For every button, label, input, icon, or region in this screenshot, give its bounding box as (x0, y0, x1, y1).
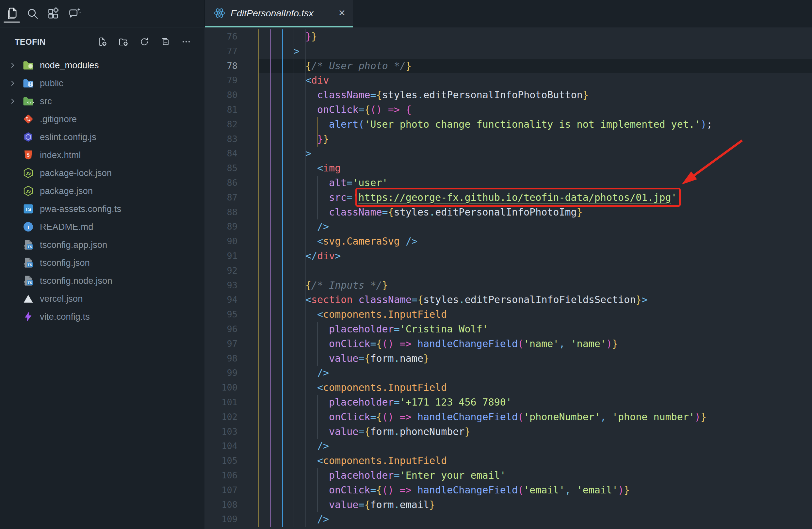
chat-icon[interactable] (67, 4, 82, 23)
file-row[interactable]: JSpackage-lock.json (0, 164, 204, 182)
folder-src-icon: </> (22, 95, 34, 107)
code-line[interactable]: /> (204, 512, 812, 527)
explorer-header: TEOFIN (0, 28, 204, 56)
refresh-explorer-icon[interactable] (139, 36, 149, 47)
code-line[interactable]: placeholder='Enter your email' (204, 468, 812, 483)
new-file-icon[interactable] (97, 36, 108, 47)
code-line[interactable]: onClick={() => handleChangeField('phoneN… (204, 410, 812, 425)
file-label: package-lock.json (40, 168, 112, 178)
file-label: pwa-assets.config.ts (40, 204, 121, 214)
close-icon[interactable]: ✕ (338, 8, 346, 18)
file-label: tsconfig.app.json (40, 240, 107, 250)
code-line[interactable]: <img (204, 161, 812, 176)
eslint-icon (22, 131, 34, 143)
file-row[interactable]: TSpwa-assets.config.ts (0, 200, 204, 218)
code-line[interactable]: onClick={() => handleChangeField('email'… (204, 483, 812, 498)
explorer-icon[interactable] (4, 4, 19, 23)
annotation-box (356, 188, 681, 207)
new-folder-icon[interactable] (118, 36, 129, 47)
code-line[interactable]: value={form.name} (204, 351, 812, 366)
code-line[interactable]: className={styles.editPersonalInfoPhotoB… (204, 88, 812, 103)
code-line[interactable]: {/* Inputs */} (204, 278, 812, 293)
tab-editpersonalinfo[interactable]: EditPersonalInfo.tsx ✕ (205, 0, 353, 27)
file-row[interactable]: TStsconfig.json (0, 254, 204, 272)
folder-npm-icon (22, 59, 34, 71)
code-line[interactable]: > (204, 44, 812, 59)
svg-text:JS: JS (26, 189, 31, 194)
code-line[interactable]: value={form.email} (204, 498, 812, 512)
code-line[interactable]: {/* User photo */} (204, 59, 812, 73)
file-label: node_modules (40, 60, 99, 71)
code-line[interactable]: /> (204, 439, 812, 454)
more-actions-icon[interactable] (181, 36, 191, 47)
vercel-icon (22, 293, 34, 305)
file-row[interactable]: eslint.config.js (0, 128, 204, 146)
file-label: eslint.config.js (40, 132, 96, 142)
project-title[interactable]: TEOFIN (15, 37, 46, 47)
ts-blue-icon: TS (22, 203, 34, 215)
code-line[interactable]: <components.InputField (204, 380, 812, 395)
extensions-icon[interactable] (46, 4, 61, 23)
editor-pane: 76}}77>78{/* User photo */}79<div80class… (204, 27, 812, 529)
chevron-right-icon (9, 61, 17, 70)
file-label: public (40, 78, 63, 88)
code-line[interactable]: value={form.phoneNumber} (204, 425, 812, 439)
file-row[interactable]: TStsconfig.app.json (0, 236, 204, 254)
file-row[interactable]: 5index.html (0, 146, 204, 164)
code-line[interactable] (204, 264, 812, 278)
svg-text:i: i (27, 223, 29, 230)
file-label: vite.config.ts (40, 311, 90, 322)
file-label: .gitignore (40, 114, 77, 124)
code-line[interactable]: /> (204, 219, 812, 234)
npm-icon: JS (22, 167, 34, 179)
code-line[interactable]: <components.InputField (204, 307, 812, 322)
code-line[interactable]: className={styles.editPersonalInfoPhotoI… (204, 205, 812, 220)
code-line[interactable]: <div (204, 73, 812, 88)
file-row[interactable]: vite.config.ts (0, 308, 204, 326)
collapse-folders-icon[interactable] (160, 36, 171, 47)
code-line[interactable]: placeholder='+171 123 456 7890' (204, 395, 812, 410)
svg-text:TS: TS (27, 245, 32, 249)
file-row[interactable]: </>src (0, 92, 204, 110)
svg-text:TS: TS (27, 263, 32, 267)
tab-bar: EditPersonalInfo.tsx ✕ (204, 0, 812, 27)
file-row[interactable]: vercel.json (0, 290, 204, 308)
code-line[interactable]: placeholder='Cristina Wolf' (204, 322, 812, 337)
git-icon (22, 113, 34, 125)
search-icon[interactable] (26, 4, 40, 23)
info-icon: i (22, 221, 34, 233)
svg-text:JS: JS (26, 171, 31, 176)
html-icon: 5 (22, 149, 34, 161)
code-line[interactable]: onClick={() => { (204, 103, 812, 117)
file-label: README.md (40, 222, 93, 232)
svg-text:TS: TS (27, 281, 32, 285)
code-line[interactable]: alert('User photo change functionality i… (204, 117, 812, 132)
code-line[interactable]: <section className={styles.editPersonalI… (204, 293, 812, 307)
code-line[interactable]: </div> (204, 249, 812, 264)
file-row[interactable]: JSpackage.json (0, 182, 204, 200)
code-line[interactable]: > (204, 146, 812, 161)
file-row[interactable]: TStsconfig.node.json (0, 272, 204, 290)
tsconfig-icon: TS (22, 239, 34, 251)
tsconfig-icon: TS (22, 257, 34, 269)
code-line[interactable]: /> (204, 366, 812, 380)
chevron-right-icon (9, 79, 17, 88)
code-line[interactable]: }} (204, 132, 812, 147)
file-label: src (40, 96, 52, 106)
activity-bar (0, 0, 204, 27)
svg-text:5: 5 (27, 152, 29, 158)
file-row[interactable]: .gitignore (0, 110, 204, 128)
file-row[interactable]: iREADME.md (0, 218, 204, 236)
code-line[interactable]: <svg.CameraSvg /> (204, 234, 812, 249)
tsconfig-icon: TS (22, 275, 34, 287)
file-row[interactable]: public (0, 74, 204, 92)
file-label: tsconfig.node.json (40, 276, 112, 286)
code-line[interactable]: <components.InputField (204, 454, 812, 468)
folder-public-icon (22, 77, 34, 89)
react-icon (214, 7, 226, 19)
npm-icon: JS (22, 185, 34, 197)
code-line[interactable]: }} (204, 29, 812, 44)
code-line[interactable]: onClick={() => handleChangeField('name',… (204, 337, 812, 351)
file-row[interactable]: node_modules (0, 56, 204, 74)
svg-text:TS: TS (25, 207, 31, 212)
